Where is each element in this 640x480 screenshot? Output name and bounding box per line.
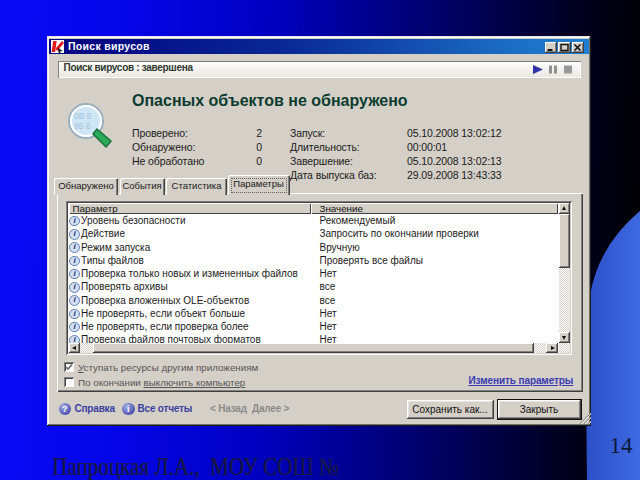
svg-text:0B 5: 0B 5 [74,111,92,121]
svg-text:95 6: 95 6 [74,121,91,131]
